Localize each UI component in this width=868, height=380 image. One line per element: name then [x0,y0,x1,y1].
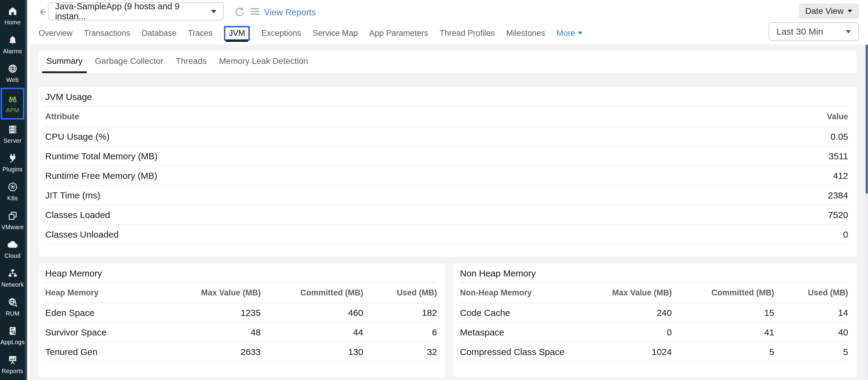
sidebar-item-label: K8s [7,195,18,202]
row-value: 40 [774,327,848,338]
tab-transactions[interactable]: Transactions [84,29,130,38]
column-header: Non-Heap Memory [460,288,572,298]
sidebar-item-network[interactable]: Network [0,264,25,292]
sidebar-item-web[interactable]: Web [0,59,25,88]
row-value: 1235 [161,308,261,318]
row-label: Compressed Class Space [460,347,572,357]
table-header: Non-Heap MemoryMax Value (MB)Committed (… [460,283,848,303]
application-selector-value: Java-SampleApp (9 hosts and 9 instan... [55,1,211,22]
home-icon [7,5,19,17]
row-value: 412 [752,171,848,181]
row-value: 2384 [752,190,848,201]
row-label: Classes Unloaded [45,230,752,240]
back-arrow-icon[interactable] [36,6,49,19]
table-row: Code Cache2401514 [460,303,848,323]
section-title: Heap Memory [45,264,437,282]
applogs-icon [7,325,19,337]
subtab-memory-leak-detection[interactable]: Memory Leak Detection [215,50,313,73]
row-label: Runtime Total Memory (MB) [45,151,752,162]
chevron-down-icon [847,10,852,13]
menu-icon[interactable] [250,8,259,15]
apm-icon [7,93,19,105]
subtab-threads[interactable]: Threads [172,50,211,73]
tab-service-map[interactable]: Service Map [313,29,358,38]
application-selector[interactable]: Java-SampleApp (9 hosts and 9 instan... [48,2,224,21]
table-row: Compressed Class Space102455 [460,342,848,362]
sidebar-item-server[interactable]: Server [0,119,25,148]
memory-cards-row: Heap Memory Heap MemoryMax Value (MB)Com… [38,264,857,377]
sidebar-item-applogs[interactable]: AppLogs [0,321,25,350]
sidebar-item-reports[interactable]: Reports [0,350,25,379]
column-header: Committed (MB) [672,288,774,298]
main-area: Java-SampleApp (9 hosts and 9 instan... … [29,0,868,380]
row-value: 44 [261,327,363,338]
tab-more[interactable]: More [557,29,583,38]
view-reports-link[interactable]: View Reports [264,7,316,18]
row-value: 7520 [752,210,848,220]
row-value: 130 [261,347,363,357]
cloud-icon [7,239,19,250]
row-value: 3511 [752,151,848,162]
vertical-scrollbar[interactable] [866,44,868,380]
table-body: CPU Usage (%)0.05Runtime Total Memory (M… [45,127,848,244]
row-value: 0 [572,327,672,338]
refresh-icon[interactable] [234,6,246,20]
date-view-button[interactable]: Date View [799,4,859,19]
sidebar-item-label: Plugins [2,166,23,173]
table-row: Metaspace04140 [460,323,848,342]
column-header: Attribute [45,112,752,122]
table-row: Classes Loaded7520 [45,205,848,225]
row-value: 5 [672,347,774,357]
table-row: Runtime Total Memory (MB)3511 [45,147,848,166]
sidebar-item-label: Network [1,281,24,288]
tab-overview[interactable]: Overview [38,29,73,38]
row-label: Eden Space [45,308,161,318]
table-row: Eden Space1235460182 [45,303,437,323]
tab-exceptions[interactable]: Exceptions [261,29,301,38]
row-value: 0 [752,230,848,240]
chevron-down-icon [211,10,216,13]
row-label: Classes Loaded [45,210,752,220]
tab-bar: OverviewTransactionsDatabaseTracesJVMExc… [38,24,583,42]
non-heap-memory-card: Non Heap Memory Non-Heap MemoryMax Value… [453,264,857,377]
sidebar-item-alarms[interactable]: Alarms [0,30,25,59]
sidebar-item-label: Web [6,76,19,83]
plugins-icon [7,152,19,164]
network-icon [7,268,19,279]
sidebar-item-apm[interactable]: APM [1,88,24,119]
tab-jvm[interactable]: JVM [224,26,250,41]
sidebar-item-label: APM [6,107,19,114]
sidebar-item-label: AppLogs [0,339,24,346]
table-body: Eden Space1235460182Survivor Space48446T… [45,303,437,362]
subtab-summary[interactable]: Summary [42,50,87,73]
subtab-garbage-collector[interactable]: Garbage Collector [91,50,167,73]
sidebar: HomeAlarmsWebAPMServerPluginsK8sVMwareCl… [0,0,27,380]
sidebar-item-k8s[interactable]: K8s [0,177,25,206]
tab-traces[interactable]: Traces [188,29,213,38]
table-row: Survivor Space48446 [45,323,437,342]
sidebar-item-plugins[interactable]: Plugins [0,148,25,177]
tab-thread-profiles[interactable]: Thread Profiles [439,29,495,38]
tab-database[interactable]: Database [142,29,177,38]
column-header: Heap Memory [45,288,161,298]
scrollbar-thumb[interactable] [866,44,868,194]
k8s-icon [7,181,19,193]
time-range-selector[interactable]: Last 30 Min [769,22,859,41]
sidebar-item-label: RUM [5,310,19,317]
row-label: Metaspace [460,327,572,338]
column-header: Committed (MB) [261,288,363,298]
row-value: 240 [572,308,672,318]
tab-app-parameters[interactable]: App Parameters [369,29,428,38]
sidebar-item-cloud[interactable]: Cloud [0,235,25,264]
row-label: Runtime Free Memory (MB) [45,171,752,181]
sidebar-item-home[interactable]: Home [0,1,25,30]
section-title: Non Heap Memory [460,264,848,282]
column-header: Max Value (MB) [572,288,672,298]
row-value: 2633 [161,347,261,357]
sidebar-item-label: Cloud [4,252,21,259]
web-icon [7,63,19,74]
tab-milestones[interactable]: Milestones [506,29,545,38]
sidebar-item-rum[interactable]: RUM [0,292,25,321]
sidebar-item-label: Server [3,137,22,144]
sidebar-item-vmware[interactable]: VMware [0,206,25,235]
